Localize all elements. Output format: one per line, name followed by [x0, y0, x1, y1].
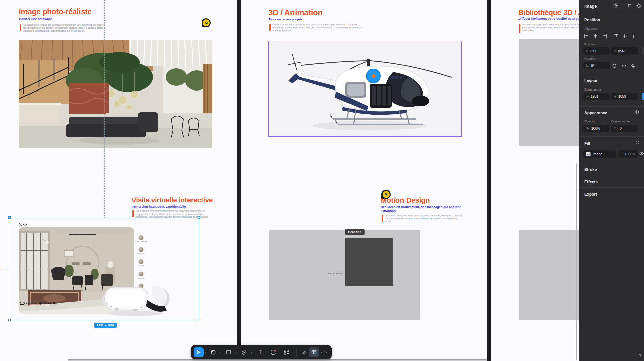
dragged-shape[interactable] [345, 238, 393, 286]
position-x-field[interactable]: X 190 [583, 47, 610, 55]
height-field[interactable]: H 1059 [611, 93, 638, 100]
page3-heading[interactable]: Bibliothèque 3D / A [518, 8, 579, 17]
canvas-scrollbar[interactable] [576, 163, 577, 360]
page1-subtitle[interactable]: Donner une ambiance [19, 17, 52, 21]
frame-tool-button[interactable] [208, 347, 219, 357]
page1-body-text[interactable]: L'objectif d'un rendus est de traduire f… [23, 24, 105, 33]
selection-handle-bottom-right[interactable] [198, 319, 200, 321]
extrait-video-label[interactable]: extrait vidéo [328, 272, 342, 275]
position-extra-button-partial[interactable] [642, 47, 644, 55]
interior-photo[interactable] [19, 40, 212, 148]
fill-unit: % [633, 152, 635, 156]
shape-tool-button[interactable] [223, 347, 234, 357]
page1-accent-bar [20, 24, 21, 31]
collaborator-avatar-m1[interactable]: M [202, 18, 211, 27]
rotation-value: 0° [591, 64, 594, 68]
component-grid-icon[interactable] [613, 3, 619, 8]
frame-tool-dropdown[interactable]: ▾ [219, 351, 223, 354]
text-tool-button[interactable]: T [254, 347, 267, 357]
cursor-icon [196, 350, 201, 355]
page3-body-text[interactable]: Touchez un large public en donnant la po… [522, 23, 579, 32]
draw-tool-button[interactable] [299, 347, 309, 357]
select-tool-button[interactable] [194, 347, 204, 357]
align-center-h-icon[interactable] [593, 34, 598, 39]
position-y-field[interactable]: Y 8567 [611, 47, 638, 55]
helicopter-art: AIRBUS [269, 41, 461, 136]
artboard-page-2[interactable]: 3D / Animation Faire vivre vos projets G… [241, 0, 487, 361]
transform-icon[interactable] [636, 3, 641, 8]
fill-entry[interactable]: Image [583, 150, 616, 158]
page3-placeholder-top[interactable] [519, 39, 579, 146]
components-tool-button[interactable] [280, 347, 293, 357]
lock-proportions-button-partial[interactable] [642, 93, 644, 100]
effects-section-title[interactable]: Effects [584, 180, 598, 184]
flip-horizontal-icon[interactable] [622, 63, 626, 68]
selection-handle-top-right[interactable] [198, 216, 200, 219]
width-field[interactable]: W 1931 [583, 93, 610, 100]
align-left-icon[interactable] [584, 34, 589, 39]
export-section-title[interactable]: Export [584, 192, 597, 197]
corner-radius-icon [614, 127, 618, 130]
page1-heading[interactable]: Image photo-réaliste [19, 7, 92, 16]
appearance-section-title[interactable]: Appearance [584, 111, 607, 115]
motion-subtitle[interactable]: Des idées en mouvement, des messages qui… [381, 205, 461, 213]
video-placeholder[interactable] [269, 230, 420, 320]
fill-opacity-field[interactable]: 100 % [618, 150, 638, 158]
selection-handle-bottom-left[interactable] [8, 319, 11, 321]
page3-body-line3: instructives. [522, 29, 579, 32]
code-view-button[interactable]: </> [319, 347, 329, 357]
selection-rectangle[interactable] [10, 218, 199, 320]
position-section-title[interactable]: Position [584, 18, 600, 22]
shape-tool-dropdown[interactable]: ▾ [234, 351, 238, 354]
h-value: 1059 [618, 94, 626, 98]
artboard-page-3[interactable]: Bibliothèque 3D / A Diffuser facilement … [491, 0, 579, 361]
grid-inspect-button[interactable] [309, 347, 319, 357]
align-middle-v-icon[interactable] [623, 34, 628, 39]
fill-options-icon[interactable] [635, 141, 639, 145]
selection-handle-top-left[interactable] [8, 216, 11, 219]
design-app-canvas: Image photo-réaliste Donner une ambiance… [0, 0, 644, 361]
rotation-field[interactable]: 0° [583, 62, 610, 69]
fill-visibility-icon[interactable] [639, 152, 644, 155]
page1-body-line3: concours, autorisations, présentations, … [23, 29, 105, 33]
motion-body-text[interactable]: Le motion design est idéal pour raconter… [385, 214, 462, 223]
flip-vertical-icon[interactable] [631, 63, 636, 68]
table-cursor-icon [311, 350, 317, 355]
fill-section-title[interactable]: Fill [584, 141, 590, 146]
opacity-field[interactable]: 100% [583, 125, 610, 132]
avatar-initial: M [203, 19, 210, 26]
page3-subtitle[interactable]: Diffuser facilement votre qualité de pro… [518, 17, 579, 20]
collaborator-avatar-m2[interactable]: M [381, 190, 391, 199]
bottom-toolbar: ▾ ▾ ▾ ▾ T [191, 345, 332, 359]
y-value: 8567 [618, 49, 626, 53]
section-tooltip: Section 1 [345, 229, 365, 235]
page2-body-text[interactable]: Grâce à la 3D, nous transformons vos pro… [272, 23, 362, 32]
opacity-icon [586, 127, 589, 130]
appearance-visibility-icon[interactable] [634, 110, 639, 114]
page2-subtitle[interactable]: Faire vivre vos projets [269, 17, 303, 21]
page2-heading[interactable]: 3D / Animation [268, 8, 323, 17]
layout-section-title[interactable]: Layout [584, 79, 597, 83]
vr-subtitle[interactable]: Immersion intuitive et expérientielle [132, 205, 186, 208]
crop-icon[interactable] [627, 3, 632, 8]
page3-placeholder-bottom[interactable] [519, 230, 579, 320]
select-tool-dropdown[interactable]: ▾ [204, 351, 208, 354]
align-right-icon[interactable] [602, 34, 607, 39]
pen-tool-dropdown[interactable]: ▾ [250, 351, 254, 354]
scribble-icon [302, 350, 307, 355]
corner-radius-field[interactable]: 0 [611, 125, 638, 132]
curve-tool-button[interactable] [267, 347, 280, 357]
fill-value: 100 [625, 152, 631, 156]
position-label: Position [584, 42, 596, 46]
helicopter-frame[interactable]: AIRBUS [268, 41, 462, 137]
align-top-icon[interactable] [613, 34, 619, 39]
align-bottom-icon[interactable] [632, 34, 637, 39]
help-button[interactable]: ? [639, 353, 641, 358]
comment-pin[interactable] [366, 69, 381, 83]
alignment-label: Alignment [584, 27, 598, 31]
page2-accent-bar [269, 24, 271, 31]
pen-tool-button[interactable] [238, 347, 250, 357]
vr-heading[interactable]: Visite virtuelle interactive [131, 196, 213, 204]
stroke-section-title[interactable]: Stroke [584, 167, 597, 172]
rotate-icon[interactable] [612, 63, 617, 68]
